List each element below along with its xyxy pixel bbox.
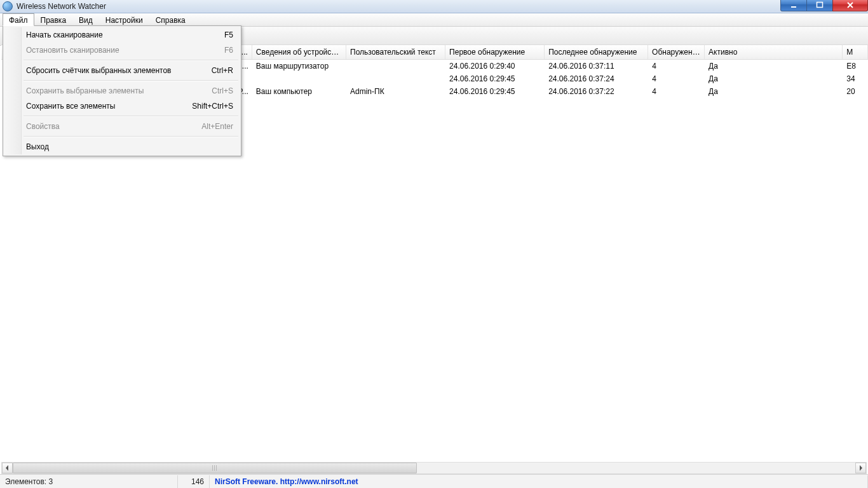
svg-rect-0 — [791, 6, 796, 8]
menu-stop-scan[interactable]: Остановить сканирование F6 — [4, 43, 240, 58]
scroll-thumb[interactable] — [13, 463, 417, 473]
status-freeware-link[interactable]: NirSoft Freeware. http://www.nirsoft.net — [210, 475, 868, 488]
cell-device-info: Ваш маршрутизатор — [252, 60, 346, 72]
maximize-button[interactable] — [806, 0, 833, 11]
menu-reset-counter[interactable]: Сбросить счётчик выбранных элементов Ctr… — [4, 63, 240, 78]
menu-save-selected[interactable]: Сохранить выбранные элементы Ctrl+S — [4, 83, 240, 98]
column-device-info[interactable]: Сведения об устройстве — [252, 45, 346, 59]
column-trailing-partial[interactable]: M — [843, 45, 868, 59]
menu-view[interactable]: Вид — [72, 13, 99, 26]
cell-first-seen: 24.06.2016 0:29:45 — [445, 85, 545, 98]
menu-options[interactable]: Настройки — [99, 13, 149, 26]
cell-detections: 4 — [648, 85, 705, 98]
cell-trailing: 20 — [843, 85, 868, 98]
cell-trailing: E8 — [843, 60, 868, 72]
scroll-left-button[interactable] — [2, 463, 13, 473]
menu-separator — [24, 116, 238, 117]
menubar: Файл Правка Вид Настройки Справка — [0, 13, 868, 27]
menu-item-accel: F6 — [224, 46, 233, 55]
menu-save-all[interactable]: Сохранить все элементы Shift+Ctrl+S — [4, 98, 240, 114]
menu-exit[interactable]: Выход — [4, 139, 240, 154]
cell-active: Да — [705, 60, 843, 72]
cell-device-info: Ваш компьютер — [252, 85, 346, 98]
menu-item-label: Начать сканирование — [26, 30, 224, 39]
cell-active: Да — [705, 85, 843, 98]
horizontal-scrollbar[interactable] — [1, 462, 867, 474]
minimize-button[interactable] — [780, 0, 807, 11]
app-icon — [3, 1, 13, 11]
menu-item-label: Свойства — [26, 122, 201, 131]
menu-separator — [24, 60, 238, 61]
menu-item-accel: Shift+Ctrl+S — [192, 102, 233, 111]
status-element-count: Элементов: 3 — [0, 475, 178, 488]
cell-detections: 4 — [648, 72, 705, 85]
cell-detections: 4 — [648, 60, 705, 72]
menu-item-accel: Ctrl+S — [212, 86, 233, 95]
menu-start-scan[interactable]: Начать сканирование F5 — [4, 27, 240, 43]
column-first-seen[interactable]: Первое обнаружение — [445, 45, 545, 59]
menu-help[interactable]: Справка — [149, 13, 192, 26]
menu-item-label: Сохранить выбранные элементы — [26, 86, 212, 95]
cell-first-seen: 24.06.2016 0:29:45 — [445, 72, 545, 85]
cell-first-seen: 24.06.2016 0:29:40 — [445, 60, 545, 72]
window-controls — [781, 0, 868, 12]
column-last-seen[interactable]: Последнее обнаружение — [545, 45, 648, 59]
statusbar: Элементов: 3 146 NirSoft Freeware. http:… — [0, 474, 868, 488]
cell-last-seen: 24.06.2016 0:37:22 — [545, 85, 648, 98]
cell-trailing: 34 — [843, 72, 868, 85]
menu-item-label: Остановить сканирование — [26, 46, 224, 55]
menu-separator — [24, 136, 238, 137]
column-detections[interactable]: Обнаружений — [648, 45, 705, 59]
column-user-text[interactable]: Пользовательский текст — [346, 45, 445, 59]
column-active[interactable]: Активно — [705, 45, 843, 59]
menu-item-accel: F5 — [224, 30, 233, 39]
menu-separator — [24, 80, 238, 81]
scroll-right-button[interactable] — [855, 463, 866, 473]
cell-active: Да — [705, 72, 843, 85]
cell-last-seen: 24.06.2016 0:37:11 — [545, 60, 648, 72]
menu-item-label: Сбросить счётчик выбранных элементов — [26, 66, 212, 75]
cell-user-text: Admin-ПК — [346, 85, 445, 98]
cell-last-seen: 24.06.2016 0:37:24 — [545, 72, 648, 85]
status-freeware-text: NirSoft Freeware. http://www.nirsoft.net — [215, 477, 358, 486]
scroll-track[interactable] — [13, 463, 855, 473]
window-titlebar: Wireless Network Watcher — [0, 0, 868, 13]
menu-item-label: Выход — [26, 142, 233, 151]
close-button[interactable] — [832, 0, 868, 11]
menu-item-accel: Alt+Enter — [201, 122, 233, 131]
window-title: Wireless Network Watcher — [17, 2, 106, 11]
menu-edit[interactable]: Правка — [34, 13, 73, 26]
menu-file[interactable]: Файл — [3, 13, 34, 26]
file-menu-dropdown: Начать сканирование F5 Остановить сканир… — [3, 25, 241, 156]
menu-item-accel: Ctrl+R — [212, 66, 233, 75]
menu-properties[interactable]: Свойства Alt+Enter — [4, 119, 240, 134]
status-number: 146 — [178, 475, 210, 488]
menu-item-label: Сохранить все элементы — [26, 102, 192, 111]
svg-rect-1 — [817, 3, 823, 8]
